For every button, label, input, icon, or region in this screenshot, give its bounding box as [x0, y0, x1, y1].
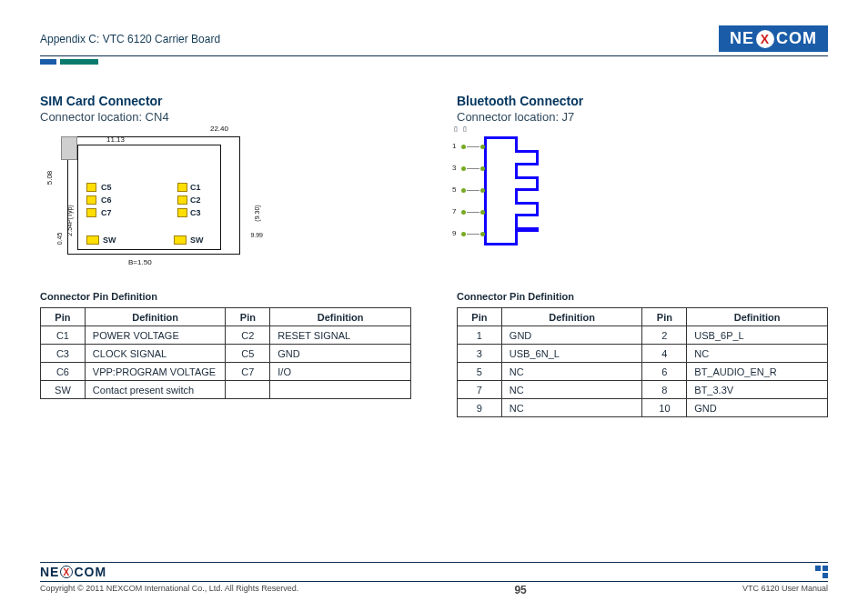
- footer-squares-icon: [815, 566, 828, 578]
- page-footer: NE X COM Copyright © 2011 NEXCOM Interna…: [40, 562, 828, 596]
- footer-manual: VTC 6120 User Manual: [742, 584, 828, 596]
- footer-logo-pre: NE: [40, 565, 59, 579]
- table-row: SWContact present switch: [41, 381, 411, 399]
- logo-text-post: COM: [776, 29, 817, 48]
- footer-logo-post: COM: [74, 565, 106, 579]
- lbl-c2: C2: [190, 195, 201, 205]
- bt-pin-num: 3: [452, 164, 456, 172]
- sim-pin-table: Pin Definition Pin Definition C1POWER VO…: [40, 307, 411, 399]
- page-number: 95: [514, 584, 526, 596]
- brand-logo: NE X COM: [719, 25, 828, 52]
- sim-diagram: 22.40 11.13 5.08 2.54P(Typ) 0.45 (9.30) …: [40, 136, 411, 273]
- table-row: 3USB_6N_L4NC: [458, 345, 828, 363]
- sim-pindef-title: Connector Pin Definition: [40, 291, 411, 302]
- bt-top-row-marker: ▯ ▯: [454, 125, 469, 133]
- lbl-c6: C6: [101, 195, 112, 205]
- lbl-c7: C7: [101, 208, 112, 217]
- table-row: 7NC8BT_3.3V: [458, 381, 828, 399]
- bt-pin-num: 5: [452, 185, 456, 194]
- dim-right-b: 9.99: [250, 232, 263, 238]
- th-def: Definition: [501, 308, 642, 326]
- th-pin2: Pin: [226, 308, 270, 326]
- pad-c1: [177, 183, 187, 192]
- pad-c2: [177, 195, 187, 205]
- sim-subtitle: Connector location: CN4: [40, 110, 411, 124]
- bt-title: Bluetooth Connector: [457, 94, 828, 108]
- table-row: C1POWER VOLTAGEC2RESET SIGNAL: [41, 326, 411, 345]
- bt-section: Bluetooth Connector Connector location: …: [457, 94, 828, 417]
- th-def2: Definition: [687, 308, 828, 326]
- pad-sw-l: [86, 235, 99, 245]
- dim-right-a: (9.30): [253, 205, 259, 221]
- dim-bottom: B=1.50: [128, 258, 152, 266]
- table-row: C3CLOCK SIGNALC5GND: [41, 345, 411, 363]
- sim-title: SIM Card Connector: [40, 94, 411, 108]
- pad-c6: [86, 195, 96, 205]
- th-pin2: Pin: [642, 308, 687, 326]
- dim-top-inner: 11.13: [106, 135, 125, 144]
- sim-section: SIM Card Connector Connector location: C…: [40, 94, 411, 417]
- lbl-sw-r: SW: [190, 235, 204, 245]
- bt-pin-num: 9: [452, 229, 456, 237]
- table-row: C6VPP:PROGRAM VOLTAGEC7I/O: [41, 363, 411, 381]
- pad-c3: [177, 208, 187, 217]
- th-def2: Definition: [270, 308, 411, 326]
- lbl-sw-l: SW: [103, 235, 116, 245]
- page-header: Appendix C: VTC 6120 Carrier Board NE X …: [40, 25, 828, 56]
- bt-pin-table: Pin Definition Pin Definition 1GND2USB_6…: [457, 307, 828, 417]
- dim-left-outer: 5.08: [45, 171, 54, 185]
- dim-left-gap: 0.45: [56, 233, 63, 245]
- footer-logo: NE X COM: [40, 565, 106, 579]
- table-row: 1GND2USB_6P_L: [458, 326, 828, 345]
- header-accent: [40, 59, 828, 65]
- table-row: 5NC6BT_AUDIO_EN_R: [458, 363, 828, 381]
- sim-notch: [61, 136, 77, 160]
- bt-pindef-title: Connector Pin Definition: [457, 291, 828, 302]
- footer-copyright: Copyright © 2011 NEXCOM International Co…: [40, 584, 298, 596]
- dim-top: 22.40: [210, 125, 228, 133]
- logo-text-pre: NE: [730, 29, 754, 48]
- bt-diagram: ▯ ▯ 1 3 5 7 9: [457, 136, 828, 273]
- th-pin: Pin: [41, 308, 86, 326]
- pad-sw-r: [174, 235, 187, 245]
- dim-left-pitch: 2.54P(Typ): [66, 205, 73, 235]
- bt-pin-num: 7: [452, 207, 456, 215]
- lbl-c5: C5: [101, 183, 112, 192]
- pad-c5: [86, 183, 96, 192]
- pad-c7: [86, 208, 96, 217]
- th-pin: Pin: [458, 308, 502, 326]
- appendix-title: Appendix C: VTC 6120 Carrier Board: [40, 33, 220, 45]
- logo-x-icon: X: [756, 30, 774, 48]
- th-def: Definition: [85, 308, 226, 326]
- lbl-c3: C3: [190, 208, 201, 217]
- bt-subtitle: Connector location: J7: [457, 110, 828, 124]
- bt-pin-num: 1: [452, 142, 456, 150]
- table-row: 9NC10GND: [458, 399, 828, 417]
- lbl-c1: C1: [190, 183, 201, 192]
- footer-logo-x-icon: X: [60, 566, 73, 578]
- main-content: SIM Card Connector Connector location: C…: [40, 94, 828, 417]
